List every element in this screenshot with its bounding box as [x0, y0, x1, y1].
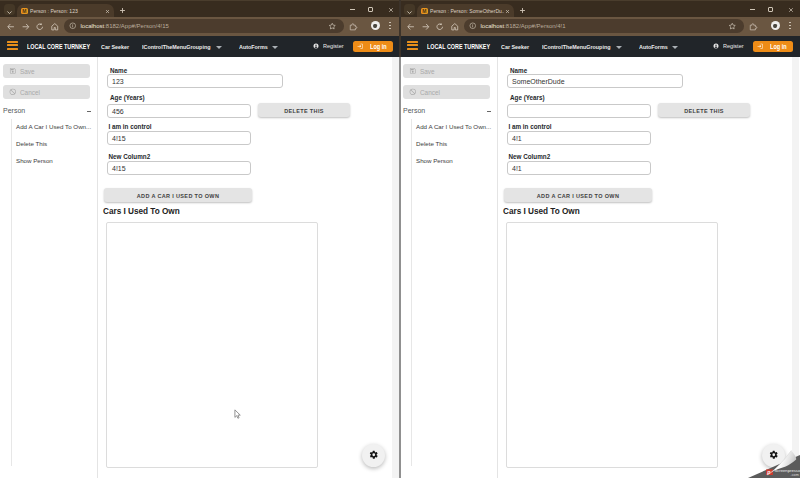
- svg-text:.com: .com: [791, 473, 799, 477]
